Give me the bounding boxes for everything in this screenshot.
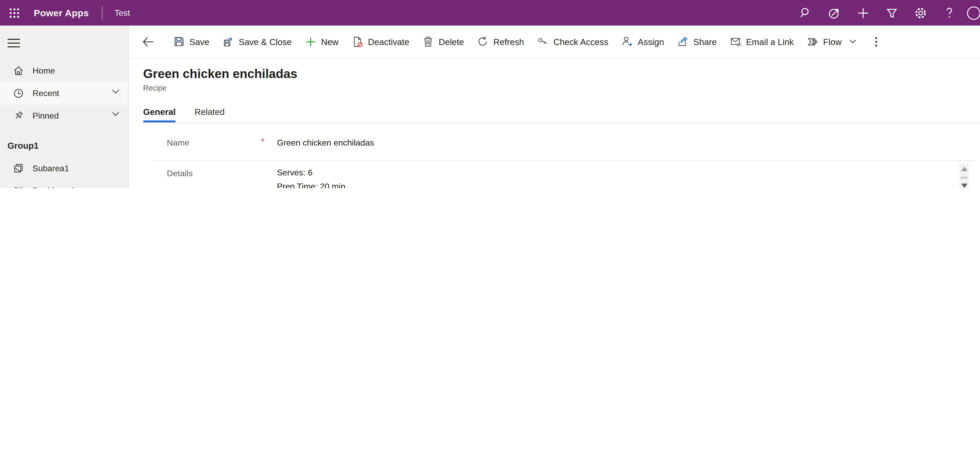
details-scrollbar[interactable]	[959, 164, 969, 188]
flow-button[interactable]: Flow	[800, 30, 862, 53]
chevron-down-icon[interactable]	[112, 112, 119, 116]
refresh-button[interactable]: Refresh	[471, 30, 531, 53]
gear-icon	[915, 6, 927, 19]
scroll-up-icon[interactable]	[961, 167, 967, 171]
topbar-actions	[791, 0, 980, 25]
main-panel: Save Save & Close Ne	[129, 25, 980, 188]
sidebar-item-label: Home	[32, 66, 55, 75]
refresh-icon	[478, 36, 488, 47]
command-label: Refresh	[493, 36, 524, 47]
top-bar: Power Apps Test	[0, 0, 980, 25]
environment-name[interactable]: Test	[115, 8, 130, 17]
plus-icon	[858, 7, 869, 18]
save-button[interactable]: Save	[167, 30, 216, 53]
account-icon	[964, 5, 980, 21]
waffle-icon	[9, 7, 20, 18]
topbar-divider	[102, 6, 102, 20]
save-close-icon	[223, 36, 234, 47]
form-content: Green chicken enchiladas Recipe General …	[129, 66, 980, 188]
share-icon	[678, 36, 688, 47]
general-form: Name * Green chicken enchiladas Details …	[153, 123, 975, 188]
record-entity-type: Recipe	[143, 84, 980, 92]
sidebar-item-recent[interactable]: Recent	[0, 82, 128, 104]
power-apps-window: Power Apps Test	[0, 0, 980, 188]
new-button[interactable]: New	[299, 30, 345, 53]
key-icon	[538, 36, 549, 47]
app-brand-title[interactable]: Power Apps	[34, 8, 89, 18]
sidebar-item-pinned[interactable]: Pinned	[0, 104, 128, 127]
details-field-label: Details	[167, 168, 192, 178]
tab-related[interactable]: Related	[194, 107, 224, 122]
assign-button[interactable]: Assign	[615, 30, 671, 53]
more-vertical-icon	[875, 36, 877, 47]
clock-icon	[13, 87, 24, 99]
filter-icon	[886, 7, 897, 18]
command-bar-overflow-button[interactable]	[865, 30, 886, 53]
site-map-sidebar: Home Recent Pinned Group	[0, 25, 129, 188]
command-label: Check Access	[554, 36, 608, 47]
required-asterisk: *	[261, 136, 264, 146]
pages-icon	[13, 162, 24, 174]
account-button[interactable]	[964, 0, 980, 25]
record-title: Green chicken enchiladas	[143, 66, 980, 82]
sidebar-nav: Home Recent Pinned Group	[0, 59, 128, 188]
quick-create-button[interactable]	[849, 0, 878, 25]
name-field-value[interactable]: Green chicken enchiladas	[277, 136, 975, 150]
settings-button[interactable]	[906, 0, 935, 25]
name-field-label: Name	[167, 138, 189, 148]
details-line: Prep Time: 20 min	[277, 180, 975, 188]
sidebar-group-label: Group1	[0, 127, 128, 157]
save-and-close-button[interactable]: Save & Close	[216, 30, 299, 53]
sidebar-item-subarea1[interactable]: Subarea1	[0, 157, 128, 179]
envelope-link-icon	[730, 36, 741, 47]
details-field-value[interactable]: Serves: 6 Prep Time: 20 min	[277, 166, 975, 188]
command-label: Flow	[823, 36, 842, 47]
hamburger-icon	[8, 39, 20, 48]
new-plus-icon	[305, 36, 316, 47]
person-arrow-icon	[622, 36, 633, 47]
email-a-link-button[interactable]: Email a Link	[724, 30, 800, 53]
sidebar-item-label: Pinned	[32, 111, 59, 120]
sidebar-item-label: Recent	[32, 89, 59, 98]
command-label: Email a Link	[746, 36, 794, 47]
deactivate-icon	[352, 36, 363, 47]
form-tabs: General Related	[143, 107, 980, 122]
target-arrow-icon	[828, 6, 841, 19]
tab-general[interactable]: General	[143, 107, 175, 122]
mru-button[interactable]	[820, 0, 849, 25]
chevron-down-icon	[849, 39, 856, 44]
deactivate-button[interactable]: Deactivate	[345, 30, 416, 53]
check-access-button[interactable]: Check Access	[531, 30, 615, 53]
save-icon	[174, 36, 185, 47]
field-row-name: Name * Green chicken enchiladas	[153, 123, 975, 161]
filter-button[interactable]	[878, 0, 906, 25]
back-button[interactable]	[137, 30, 159, 53]
trash-icon	[423, 36, 434, 47]
command-label: Save & Close	[239, 36, 292, 47]
command-label: Delete	[439, 36, 464, 47]
help-icon	[944, 6, 955, 19]
sidebar-item-label: Subarea1	[32, 163, 69, 173]
command-label: Save	[189, 36, 209, 47]
command-label: Share	[693, 36, 717, 47]
pin-icon	[13, 110, 24, 121]
sidebar-item-home[interactable]: Home	[0, 59, 128, 82]
back-arrow-icon	[143, 36, 154, 47]
app-launcher-waffle-icon[interactable]	[4, 0, 25, 25]
delete-button[interactable]: Delete	[416, 30, 471, 53]
sidebar-item-dashboards[interactable]: Dashboards	[0, 179, 128, 188]
command-bar: Save Save & Close Ne	[129, 25, 980, 57]
sidebar-item-label: Dashboards	[32, 186, 78, 188]
sitemap-collapse-button[interactable]	[0, 31, 29, 56]
scroll-down-icon[interactable]	[961, 184, 967, 188]
help-button[interactable]	[935, 0, 964, 25]
chevron-down-icon[interactable]	[112, 89, 119, 94]
share-button[interactable]: Share	[671, 30, 724, 53]
command-label: New	[321, 36, 339, 47]
search-button[interactable]	[791, 0, 820, 25]
details-line: Serves: 6	[277, 166, 975, 179]
command-label: Assign	[638, 36, 664, 47]
search-icon	[800, 7, 811, 19]
home-icon	[13, 65, 24, 76]
scroll-thumb[interactable]	[961, 176, 967, 178]
